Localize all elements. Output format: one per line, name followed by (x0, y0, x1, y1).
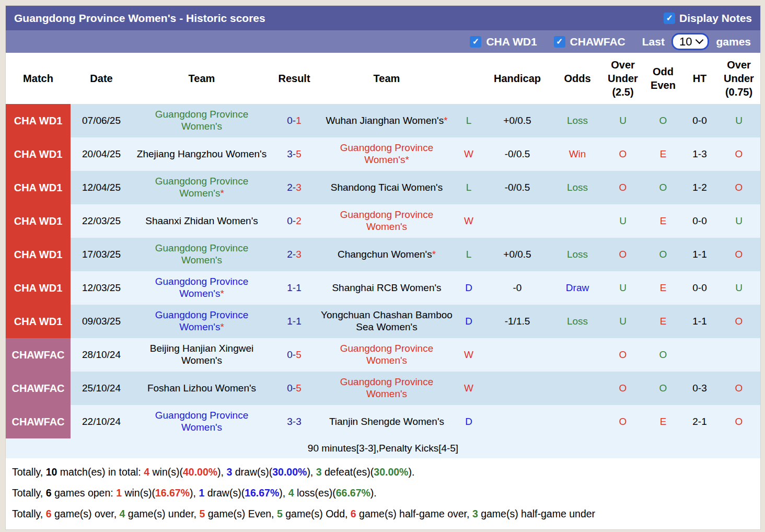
result-cell: 0-1 (271, 104, 317, 137)
ou25-cell: O (601, 405, 644, 438)
date-cell: 20/04/25 (71, 137, 132, 171)
page-title: Guangdong Province Women's - Historic sc… (14, 12, 265, 25)
ou075-cell: O (717, 405, 760, 438)
odds-cell: Loss (553, 238, 601, 271)
date-cell: 25/10/24 (71, 372, 132, 405)
ou075-cell: O (717, 305, 760, 338)
match-cell: CHAWFAC (6, 338, 71, 372)
ht-cell: 1-1 (682, 305, 717, 338)
col-odd-even: Odd Even (644, 53, 682, 104)
match-cell: CHA WD1 (6, 171, 71, 204)
wld-cell: L (456, 171, 481, 204)
totals-line-over-under: Totally, 6 game(s) over, 4 game(s) under… (12, 503, 754, 524)
match-note: 90 minutes[3-3],Penalty Kicks[4-5] (6, 438, 760, 458)
match-cell: CHA WD1 (6, 137, 71, 171)
col-wld (456, 53, 481, 104)
date-cell: 07/06/25 (71, 104, 132, 137)
odds-cell: Win (553, 137, 601, 171)
away-team-cell: Guangdong Province Women's (317, 204, 456, 238)
home-team-cell: Guangdong Province Women's (132, 405, 271, 438)
handicap-cell: -0/0.5 (481, 171, 553, 204)
last-games-select[interactable]: 10 (671, 33, 709, 50)
date-cell: 28/10/24 (71, 338, 132, 372)
wld-cell: W (456, 137, 481, 171)
table-row: CHA WD1 17/03/25 Guangdong Province Wome… (6, 238, 760, 271)
home-team-cell: Guangdong Province Women's* (132, 271, 271, 305)
result-cell: 3-3 (271, 405, 317, 438)
odds-cell: Loss (553, 305, 601, 338)
wld-cell: W (456, 338, 481, 372)
date-cell: 12/03/25 (71, 271, 132, 305)
away-team-cell: Yongchuan Chashan Bamboo Sea Women's (317, 305, 456, 338)
filter-chawfac[interactable]: ✓ CHAWFAC (554, 36, 625, 48)
odd-even-cell: E (644, 137, 682, 171)
away-team-cell: Guangdong Province Women's* (317, 137, 456, 171)
col-match: Match (6, 53, 71, 104)
odd-even-cell: O (644, 104, 682, 137)
cha-wd1-checkbox[interactable]: ✓ (470, 36, 481, 48)
away-team-cell: Shanghai RCB Women's (317, 271, 456, 305)
table-row: CHAWFAC 22/10/24 Guangdong Province Wome… (6, 405, 760, 438)
check-icon: ✓ (556, 38, 563, 46)
date-cell: 12/04/25 (71, 171, 132, 204)
note-row: 90 minutes[3-3],Penalty Kicks[4-5] (6, 438, 760, 458)
display-notes-checkbox[interactable]: ✓ (664, 13, 675, 24)
odd-even-cell: O (644, 372, 682, 405)
odds-cell: Loss (553, 104, 601, 137)
ou075-cell: O (717, 137, 760, 171)
table-row: CHA WD1 07/06/25 Guangdong Province Wome… (6, 104, 760, 137)
home-team-cell: Guangdong Province Women's* (132, 305, 271, 338)
title-bar: Guangdong Province Women's - Historic sc… (6, 6, 760, 30)
col-date: Date (71, 53, 132, 104)
handicap-cell: -1/1.5 (481, 305, 553, 338)
ou25-cell: U (601, 204, 644, 238)
odd-even-cell: E (644, 271, 682, 305)
ou25-cell: O (601, 171, 644, 204)
odds-cell (553, 204, 601, 238)
odds-cell (553, 405, 601, 438)
ou075-cell (717, 338, 760, 372)
away-team-cell: Wuhan Jianghan Women's* (317, 104, 456, 137)
filter-cha-wd1[interactable]: ✓ CHA WD1 (470, 36, 537, 48)
last-games-value: 10 (679, 35, 692, 49)
wld-cell: L (456, 238, 481, 271)
wld-cell: L (456, 104, 481, 137)
ou25-cell: O (601, 137, 644, 171)
wld-cell: W (456, 372, 481, 405)
odd-even-cell: O (644, 171, 682, 204)
odd-even-cell: E (644, 204, 682, 238)
match-cell: CHA WD1 (6, 204, 71, 238)
handicap-cell: -0 (481, 271, 553, 305)
away-team-cell: Guangdong Province Women's (317, 338, 456, 372)
ou075-cell: O (717, 238, 760, 271)
handicap-cell (481, 204, 553, 238)
handicap-cell: +0/0.5 (481, 238, 553, 271)
table-row: CHA WD1 12/03/25 Guangdong Province Wome… (6, 271, 760, 305)
wld-cell: W (456, 204, 481, 238)
col-odds: Odds (553, 53, 601, 104)
home-team-cell: Guangdong Province Women's (132, 238, 271, 271)
handicap-cell: -0/0.5 (481, 137, 553, 171)
col-over-under-25: Over Under (2.5) (601, 53, 644, 104)
match-cell: CHA WD1 (6, 238, 71, 271)
home-team-cell: Guangdong Province Women's* (132, 171, 271, 204)
ht-cell: 1-2 (682, 171, 717, 204)
away-team-cell: Tianjin Shengde Women's (317, 405, 456, 438)
away-team-cell: Guangdong Province Women's (317, 372, 456, 405)
col-handicap: Handicap (481, 53, 553, 104)
chawfac-checkbox[interactable]: ✓ (554, 36, 565, 48)
note-body: 90 minutes[3-3],Penalty Kicks[4-5] (6, 438, 760, 458)
cha-wd1-label: CHA WD1 (486, 36, 537, 48)
match-cell: CHAWFAC (6, 405, 71, 438)
display-notes-toggle[interactable]: ✓ Display Notes (664, 12, 752, 25)
ou25-cell: U (601, 305, 644, 338)
ou25-cell: O (601, 338, 644, 372)
ht-cell: 0-0 (682, 271, 717, 305)
ht-cell: 1-1 (682, 238, 717, 271)
ht-cell: 0-0 (682, 204, 717, 238)
away-team-cell: Shandong Ticai Women's (317, 171, 456, 204)
date-cell: 09/03/25 (71, 305, 132, 338)
match-cell: CHA WD1 (6, 104, 71, 137)
ou25-cell: O (601, 372, 644, 405)
match-cell: CHA WD1 (6, 305, 71, 338)
